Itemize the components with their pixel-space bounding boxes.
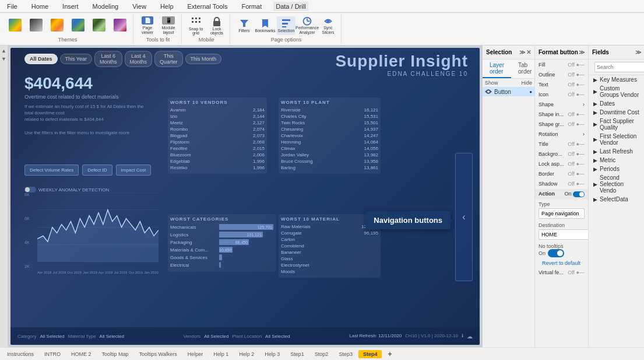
tab-helper[interactable]: Helper — [183, 350, 208, 358]
tab-help2[interactable]: Help 2 — [234, 350, 259, 358]
menu-home[interactable]: Home — [29, 2, 51, 11]
filter-last-4[interactable]: Last 4Months — [125, 51, 153, 67]
format-lockaspect-toggle[interactable]: Lock asp... Off ●— — [535, 159, 588, 169]
menu-format[interactable]: Format — [239, 2, 264, 11]
tab-step1[interactable]: Step1 — [286, 350, 309, 358]
menu-external-tools[interactable]: External Tools — [185, 2, 230, 11]
action-type-input[interactable] — [539, 208, 585, 219]
field-fact-supplier[interactable]: ▶ Fact Supplier Quality — [589, 117, 644, 132]
ribbon-lock-objects[interactable]: Lock objects — [207, 16, 226, 35]
report-subtitle: EDNA CHALLENGE 10 — [335, 71, 468, 77]
tab-stop2[interactable]: Stop2 — [310, 350, 333, 358]
tab-add-page[interactable]: + — [383, 349, 396, 359]
format-fill-toggle[interactable]: Fill Off ●— — [535, 60, 588, 69]
anomaly-toggle[interactable] — [24, 187, 36, 193]
format-background-toggle[interactable]: Backgro... Off ●— — [535, 149, 588, 159]
format-panel: Format button ≫ Fill Off ●— Outline Off … — [535, 46, 589, 347]
menu-modeling[interactable]: Modeling — [90, 2, 121, 11]
ribbon-theme-5[interactable] — [90, 16, 108, 35]
sidebar-arrow-up[interactable]: ▲ — [1, 48, 6, 54]
revert-link[interactable]: Revert to default — [535, 259, 588, 267]
selection-expand-btn[interactable]: ≫ — [519, 49, 525, 55]
filter-last-6[interactable]: Last 6Months — [94, 51, 122, 67]
tab-step4[interactable]: Step4 — [358, 350, 382, 358]
selection-panel: Selection ≫ ✕ Layer order Tab order Show… — [483, 46, 535, 347]
field-key-measures[interactable]: ▶ Key Measures — [589, 75, 644, 84]
format-title-toggle[interactable]: Title Off ●— — [535, 139, 588, 149]
kpi-desc: If we estimate an hourly cost of 15 $ fo… — [24, 103, 153, 136]
tab-layer-order[interactable]: Layer order — [483, 60, 511, 78]
filter-all-dates[interactable]: All Dates — [24, 54, 58, 64]
worst-plant-title: WORST 10 PLANT — [281, 100, 378, 105]
tab-help1[interactable]: Help 1 — [209, 350, 233, 358]
selection-close-btn[interactable]: ✕ — [526, 49, 531, 55]
ribbon-page-viewer[interactable]: 📄 Pageviewer — [138, 16, 157, 35]
tab-tooltip-map[interactable]: Tooltip Map — [97, 350, 133, 358]
ribbon-theme-6[interactable] — [111, 16, 129, 35]
ribbon-theme-3[interactable] — [48, 16, 66, 35]
tab-instructions[interactable]: Instructions — [2, 350, 38, 358]
field-dates[interactable]: ▶ Dates — [589, 99, 644, 108]
field-selectdata[interactable]: ▶ SelectData — [589, 195, 644, 204]
nav-button[interactable]: ‹ — [455, 153, 473, 281]
no-tooltips-slider[interactable] — [548, 249, 564, 257]
ribbon-theme-2[interactable] — [27, 16, 45, 35]
tab-tooltips-walkers[interactable]: Tooltips Walkers — [135, 350, 182, 358]
fields-search-input[interactable] — [594, 62, 644, 72]
format-shadow-toggle[interactable]: Shadow Off ●— — [535, 179, 588, 188]
filter-this-year[interactable]: This Year — [60, 54, 93, 64]
filter-this-quarter[interactable]: ThisQuarter — [154, 51, 183, 67]
action-type-label: Type — [539, 201, 585, 207]
fields-expand-btn[interactable]: ≫ — [635, 49, 641, 55]
format-text-toggle[interactable]: Text Off ●— — [535, 79, 588, 89]
tab-help3[interactable]: Help 3 — [260, 350, 284, 358]
ribbon-performance[interactable]: PerformanceAnalyzer — [298, 16, 316, 35]
field-downtime-cost[interactable]: ▶ Downtime Cost — [589, 108, 644, 117]
svg-rect-9 — [282, 23, 288, 25]
menu-insert[interactable]: Insert — [60, 2, 81, 11]
filter-this-month[interactable]: This Month — [185, 54, 222, 64]
field-custom-groups[interactable]: ▶ Custom Groups Vendor — [589, 84, 644, 99]
ribbon-filters[interactable]: Filters — [235, 16, 254, 35]
format-border-toggle[interactable]: Border Off ●— — [535, 169, 588, 179]
action-dest-input[interactable] — [539, 229, 588, 240]
format-rotation-toggle[interactable]: Rotation › — [535, 129, 588, 139]
action-defect-id[interactable]: Defect ID — [82, 165, 112, 176]
format-shape-in-toggle[interactable]: Shape in... Off ●— — [535, 109, 588, 119]
ribbon-sync-slicers[interactable]: SyncSlicers — [319, 16, 337, 35]
ribbon-theme-1[interactable] — [6, 16, 24, 35]
field-metric[interactable]: ▶ Metric — [589, 156, 644, 165]
ribbon-mobile-icons: Snap to grid Lock objects — [186, 14, 226, 37]
tab-intro[interactable]: INTRO — [40, 350, 65, 358]
format-outline-toggle[interactable]: Outline Off ●— — [535, 69, 588, 79]
menu-file[interactable]: File — [5, 2, 20, 11]
tab-step3[interactable]: Step3 — [334, 350, 357, 358]
format-virtual-toggle[interactable]: Virtual fe... Off ●— — [535, 267, 588, 277]
menu-view[interactable]: View — [130, 2, 149, 11]
format-action-toggle[interactable]: Action On — [535, 188, 588, 199]
left-sidebar: ▲ ▼ — [0, 46, 8, 347]
ribbon-snap-grid[interactable]: Snap to grid — [186, 16, 205, 35]
menu-data-drill[interactable]: Data / Drill — [273, 2, 308, 11]
field-last-refresh[interactable]: ▶ Last Refresh — [589, 147, 644, 156]
menu-help[interactable]: Help — [158, 2, 176, 11]
field-second-selection[interactable]: ▶ Second Selection Vendo — [589, 173, 644, 195]
tab-home2[interactable]: HOME 2 — [66, 350, 96, 358]
field-first-selection[interactable]: ▶ First Selection Vendor — [589, 132, 644, 147]
field-periods[interactable]: ▶ Periods — [589, 165, 644, 173]
action-impact-cost[interactable]: Impact Cost — [116, 165, 152, 176]
action-defect-volume[interactable]: Defect Volume Rates — [24, 165, 79, 176]
ribbon-module-layout[interactable]: 📱 Modulelayout — [159, 16, 178, 35]
table-row: Bluezoom 2,006 — [170, 152, 265, 158]
format-shape-gr-toggle[interactable]: Shape gr... Off ●— — [535, 119, 588, 129]
info-icon[interactable]: ℹ — [462, 333, 463, 340]
ribbon-bookmarks[interactable]: Bookmarks — [256, 16, 275, 35]
format-icon-toggle[interactable]: Icon Off ●— — [535, 89, 588, 99]
ribbon-theme-4[interactable] — [69, 16, 87, 35]
format-shape-toggle[interactable]: Shape › — [535, 99, 588, 109]
sidebar-arrow-down[interactable]: ▼ — [1, 56, 6, 62]
x-label-jul18: Jul 2018 — [53, 271, 66, 280]
format-expand-btn[interactable]: ≫ — [579, 49, 585, 55]
layer-button[interactable]: Button ● — [483, 87, 534, 96]
ribbon-selection[interactable]: Selection — [277, 16, 295, 35]
